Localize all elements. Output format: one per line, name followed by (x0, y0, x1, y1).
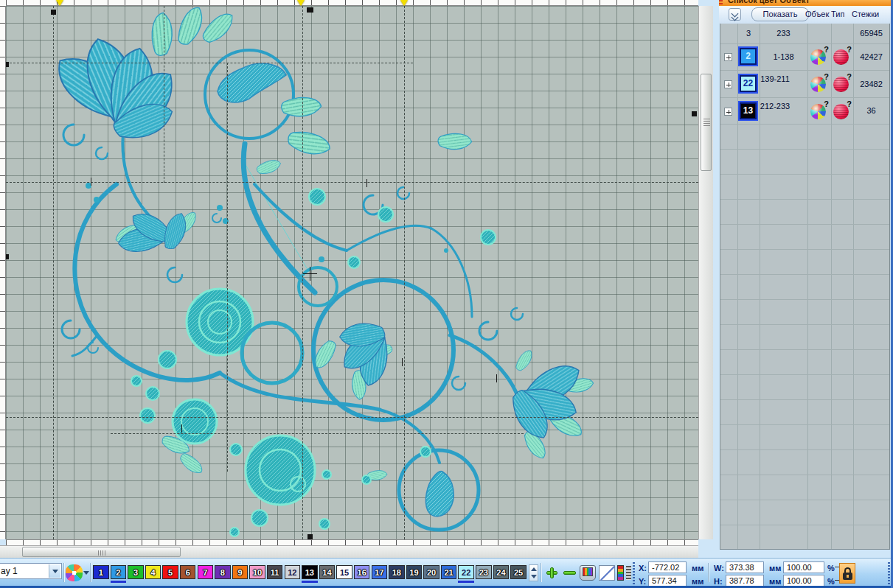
toolbar-drag-handle[interactable] (633, 562, 635, 584)
palette-swatch-4[interactable]: 4 (145, 565, 161, 579)
palette-swatch-7[interactable]: 7 (198, 565, 214, 579)
vertical-scrollbar-thumb[interactable] (701, 74, 712, 171)
color-swatch[interactable]: 22 (740, 75, 757, 92)
panel-title-bar[interactable]: Список цвет Объект (719, 0, 891, 6)
palette-swatch-12[interactable]: 12 (285, 565, 301, 579)
expand-icon[interactable] (724, 53, 732, 61)
palette-swatch-21[interactable]: 21 (441, 565, 457, 579)
palette-swatch-19[interactable]: 19 (406, 565, 423, 579)
guide-horizontal (6, 63, 413, 63)
object-type-icon[interactable]: ? (810, 49, 826, 65)
h-unit: мм (769, 577, 781, 586)
horizontal-ruler[interactable] (6, 0, 698, 6)
thread-palette-button[interactable] (580, 565, 596, 581)
chevron-down-icon[interactable] (83, 571, 89, 575)
collapse-button[interactable] (729, 8, 741, 21)
color-row[interactable]: 2 1-138 ? ? 42427 (720, 44, 889, 71)
x-field[interactable]: -772.02 (648, 561, 687, 573)
ruler-marker[interactable] (400, 0, 408, 6)
palette-swatch-15[interactable]: 15 (336, 565, 352, 579)
vertical-ruler[interactable] (0, 6, 6, 539)
color-row[interactable]: 22 139-211 ? ? 23482 (720, 71, 889, 98)
stitch-type-icon[interactable]: ? (833, 104, 849, 119)
palette-swatch-1[interactable]: 1 (93, 565, 109, 579)
color-row[interactable]: 13 212-233 ? ? 36 (720, 98, 889, 125)
vertical-scrollbar[interactable] (698, 6, 713, 539)
expand-icon[interactable] (724, 108, 732, 116)
y-field[interactable]: 577.34 (648, 575, 687, 587)
column-header-type: Тип (831, 10, 844, 18)
ruler-marker[interactable] (297, 0, 305, 6)
palette-swatch-25[interactable]: 25 (510, 565, 527, 579)
guide-vertical (302, 6, 303, 539)
horizontal-scrollbar-thumb[interactable] (22, 547, 181, 557)
selection-handle[interactable] (6, 62, 9, 67)
panel-header: Показать Объект Тип Стежки (719, 6, 891, 24)
horizontal-scrollbar[interactable] (0, 545, 698, 558)
palette-swatch-18[interactable]: 18 (389, 565, 405, 579)
aspect-lock-button[interactable] (839, 563, 855, 584)
palette-swatch-17[interactable]: 17 (372, 565, 388, 579)
scale-h-field[interactable]: 100.00 (783, 575, 824, 587)
palette-swatch-2[interactable]: 2 (111, 565, 127, 579)
palette-spinner[interactable] (529, 564, 538, 581)
remove-color-button[interactable] (562, 565, 578, 581)
palette-swatch-14[interactable]: 14 (319, 565, 336, 579)
ruler-marker[interactable] (56, 0, 63, 6)
selection-handle[interactable] (692, 111, 697, 116)
palette-swatch-20[interactable]: 20 (423, 565, 439, 579)
thread-chart-button[interactable] (616, 565, 633, 581)
palette-swatch-24[interactable]: 24 (493, 565, 510, 579)
selection-handle[interactable] (6, 254, 9, 259)
palette-swatch-23[interactable]: 23 (476, 565, 492, 579)
toolbar-drag-handle[interactable] (888, 562, 890, 584)
summary-stitch-count: 65945 (853, 29, 889, 38)
expand-icon[interactable] (724, 80, 732, 88)
layer-combobox[interactable]: ay 1 (0, 563, 62, 579)
embroidery-design[interactable] (6, 6, 698, 539)
design-canvas[interactable] (6, 6, 698, 539)
palette-swatch-22[interactable]: 22 (458, 565, 474, 579)
h-field[interactable]: 387.78 (726, 575, 764, 587)
color-swatch[interactable]: 13 (740, 102, 757, 119)
palette-swatch-13[interactable]: 13 (302, 565, 318, 579)
color-swatch[interactable]: 2 (740, 48, 757, 65)
object-type-icon[interactable]: ? (810, 104, 826, 119)
layer-combobox-button[interactable] (49, 564, 60, 578)
panel-title: Список цвет Объект (728, 0, 810, 4)
palette-swatch-9[interactable]: 9 (232, 565, 249, 579)
palette-swatch-11[interactable]: 11 (267, 565, 283, 579)
guide-tick (402, 358, 403, 366)
palette-swatch-16[interactable]: 16 (354, 565, 370, 579)
stitch-type-icon[interactable]: ? (833, 49, 849, 65)
selection-handle[interactable] (307, 534, 313, 539)
add-color-button[interactable] (544, 565, 560, 581)
show-button[interactable]: Показать (751, 7, 809, 21)
ruler-corner (0, 0, 6, 6)
scale-w-field[interactable]: 100.00 (783, 561, 824, 573)
column-header-stitches: Стежки (852, 10, 879, 18)
selection-handle[interactable] (51, 10, 56, 15)
color-list-table[interactable]: 3 233 65945 2 1-138 ? ? 42427 22 139-211… (720, 24, 890, 550)
selection-handle[interactable] (307, 7, 313, 13)
embird-editor-window: Список цвет Объект Показать Объект Тип С… (0, 0, 893, 588)
y-label: Y: (639, 577, 646, 586)
horizontal-ruler-bottom[interactable] (6, 539, 698, 545)
guide-tick (91, 178, 91, 186)
object-range: 212-233 (760, 102, 791, 111)
palette-swatch-5[interactable]: 5 (162, 565, 178, 579)
object-type-icon[interactable]: ? (810, 77, 826, 92)
stitch-type-icon[interactable]: ? (833, 77, 849, 92)
palette-swatch-6[interactable]: 6 (180, 565, 196, 579)
crosshair-cursor (310, 267, 310, 281)
color-object-panel: Список цвет Объект Показать Объект Тип С… (713, 0, 893, 558)
color-palette: 1234567891011121314151617181920212223242… (93, 565, 528, 579)
palette-swatch-8[interactable]: 8 (215, 565, 231, 579)
palette-swatch-3[interactable]: 3 (128, 565, 144, 579)
palette-swatch-10[interactable]: 10 (249, 565, 265, 579)
w-field[interactable]: 373.38 (726, 561, 764, 573)
bottom-toolbar: ay 1 12345678910111213141516171819202122… (0, 558, 893, 588)
palette-menu-icon[interactable] (66, 564, 83, 581)
no-color-button[interactable] (599, 565, 615, 581)
w-label: W: (714, 564, 724, 573)
